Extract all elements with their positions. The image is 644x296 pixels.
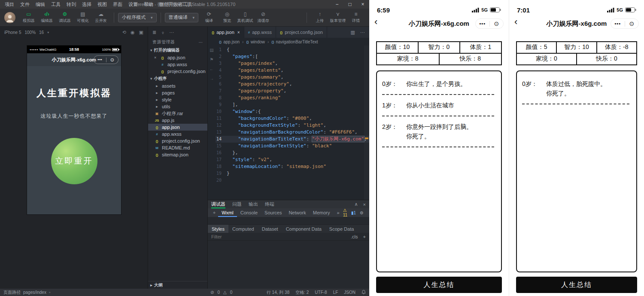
cls-toggle[interactable]: .cls bbox=[351, 234, 358, 239]
editor-tab-app.json[interactable]: {}app.json× bbox=[208, 27, 244, 38]
more-icon[interactable]: ••• bbox=[476, 21, 489, 26]
back-arrow-icon[interactable]: ← bbox=[210, 67, 214, 71]
device-select[interactable]: iPhone 5 bbox=[4, 30, 21, 35]
restart-button[interactable]: 立即重开 bbox=[51, 138, 97, 184]
toolbar-action-清缓存[interactable]: ⊘清缓存 bbox=[254, 12, 272, 24]
toolbar-action-版本管理[interactable]: ⋎版本管理 bbox=[329, 12, 347, 24]
detach-icon[interactable]: ▣ bbox=[139, 30, 143, 35]
code-line[interactable]: 1{ bbox=[216, 46, 369, 53]
style-tab-Dataset[interactable]: Dataset bbox=[258, 225, 282, 233]
record-icon[interactable]: ◉ bbox=[131, 30, 135, 35]
style-tab-Scope Data[interactable]: Scope Data bbox=[325, 225, 358, 233]
breadcrumb-item[interactable]: {}app.json bbox=[219, 40, 240, 44]
avatar[interactable] bbox=[4, 12, 15, 23]
toolbar-toggle-模拟器[interactable]: ▭模拟器 bbox=[20, 12, 38, 24]
menu-item[interactable]: 界面 bbox=[110, 0, 125, 9]
devtools-tab-Console[interactable]: Console bbox=[237, 208, 261, 217]
folder-item[interactable]: ▸style bbox=[148, 96, 207, 103]
editor-tab-project.config.json[interactable]: {}project.config.json bbox=[276, 27, 327, 38]
rotate-icon[interactable]: ⟲ bbox=[122, 30, 126, 35]
code-line[interactable]: 18 "sitemapLocation": "sitemap.json" bbox=[216, 163, 369, 170]
zoom-select[interactable]: 100% bbox=[24, 30, 36, 35]
file-item[interactable]: MREADME.md bbox=[148, 144, 207, 151]
back-icon[interactable]: ‹ bbox=[374, 17, 377, 27]
toolbar-toggle-编辑器[interactable]: ‹/›编辑器 bbox=[38, 12, 56, 24]
compile-mode-select[interactable]: 普通编译 ▾ bbox=[165, 13, 199, 22]
outline-section[interactable]: ▸ 大纲 bbox=[148, 281, 207, 289]
more-icon[interactable]: ⋯ bbox=[169, 30, 174, 35]
element-picker-icon[interactable]: ⌖ bbox=[210, 208, 218, 217]
debug-panel-tab-问题[interactable]: 问题 bbox=[232, 200, 242, 208]
open-editor-item[interactable]: #app.wxss bbox=[148, 61, 207, 68]
close-file-icon[interactable]: × bbox=[154, 55, 158, 60]
code-line[interactable]: 7 "pages/property", bbox=[216, 88, 369, 95]
maximize-button[interactable]: □ bbox=[343, 0, 356, 9]
code-line[interactable]: 17 "style": "v2", bbox=[216, 156, 369, 163]
problem-counts[interactable]: ⊘ 0 △ 0 bbox=[210, 290, 232, 295]
devtools-tab-Sources[interactable]: Sources bbox=[261, 208, 285, 217]
toolbar-toggle-调试器[interactable]: ⚙调试器 bbox=[56, 12, 74, 24]
folder-item[interactable]: ▸assets bbox=[148, 82, 207, 89]
code-area[interactable]: 1{2 "pages":[3 "pages/index",4 "pages/ta… bbox=[216, 46, 369, 200]
toolbar-action-编译[interactable]: ⟳编译 bbox=[200, 12, 218, 24]
wechat-capsule[interactable]: ••• ⊙ bbox=[475, 18, 504, 29]
minimize-button[interactable]: − bbox=[331, 0, 343, 9]
code-line[interactable]: 20 bbox=[216, 177, 369, 184]
warning-badge[interactable]: ⚠ 11 bbox=[343, 208, 347, 217]
eol[interactable]: LF bbox=[333, 290, 338, 295]
more-icon[interactable]: ⋯ bbox=[199, 40, 204, 45]
forward-arrow-icon[interactable]: → bbox=[210, 76, 214, 81]
language-mode[interactable]: JSON bbox=[344, 290, 355, 295]
menu-item[interactable]: 帮助 bbox=[141, 0, 156, 9]
toolbar-action-详情[interactable]: ≡详情 bbox=[347, 12, 365, 24]
exit-target-icon[interactable]: ⊙ bbox=[625, 20, 639, 27]
file-list-icon[interactable]: ≣ bbox=[152, 30, 156, 35]
code-line[interactable]: 2 "pages":[ bbox=[216, 53, 369, 60]
more-icon[interactable]: ••• bbox=[611, 21, 625, 26]
folder-item[interactable]: ▸pages bbox=[148, 89, 207, 96]
code-line[interactable]: 8 "pages/ranking" bbox=[216, 95, 369, 101]
code-line[interactable]: 19} bbox=[216, 170, 369, 177]
code-line[interactable]: 6 "pages/trajectory", bbox=[216, 81, 369, 88]
folder-item[interactable]: ▸utils bbox=[148, 103, 207, 110]
code-line[interactable]: 13 "navigationBarBackgroundColor": "#F6F… bbox=[216, 129, 369, 136]
collapse-icon[interactable]: ∧ bbox=[355, 201, 358, 207]
devtools-tab-Network[interactable]: Network bbox=[285, 208, 309, 217]
close-tab-icon[interactable]: × bbox=[237, 30, 240, 35]
wechat-capsule[interactable]: ••• ⊙ bbox=[94, 55, 118, 64]
code-line[interactable]: 12 "backgroundTextStyle": "light", bbox=[216, 122, 369, 129]
open-editor-item[interactable]: {}project.config.json bbox=[148, 68, 207, 75]
file-item[interactable]: ▣小程序.rar bbox=[148, 110, 207, 117]
editor-scrollbar[interactable] bbox=[364, 46, 369, 200]
close-icon[interactable]: × bbox=[363, 202, 366, 207]
open-editors-section[interactable]: ▾ 打开的编辑器 bbox=[148, 46, 207, 54]
project-root-section[interactable]: ▾ 小程序 bbox=[148, 75, 207, 82]
code-line[interactable]: 3 "pages/index", bbox=[216, 60, 369, 67]
more-icon[interactable]: ••• bbox=[94, 58, 106, 62]
code-line[interactable]: 5 "pages/summary", bbox=[216, 74, 369, 81]
debug-panel-tab-输出[interactable]: 输出 bbox=[249, 200, 258, 208]
mode-select[interactable]: 小程序模式 ▾ bbox=[118, 13, 157, 22]
split-icon[interactable]: ▥ bbox=[351, 30, 355, 35]
indent-setting[interactable]: 空格: 2 bbox=[295, 290, 309, 296]
info-badge[interactable]: ▮1 bbox=[351, 211, 356, 215]
bell-icon[interactable] bbox=[361, 290, 366, 295]
menu-item[interactable]: 编辑 bbox=[33, 0, 48, 9]
more-icon[interactable]: ⋯ bbox=[360, 30, 365, 35]
toolbar-action-真机调试[interactable]: ▯真机调试 bbox=[236, 12, 254, 24]
toolbar-action-预览[interactable]: ◎预览 bbox=[218, 12, 236, 24]
toolbar-toggle-云开发[interactable]: ☁云开发 bbox=[92, 12, 110, 24]
life-summary-button[interactable]: 人生总结 bbox=[376, 277, 502, 293]
menu-item[interactable]: 微信开发者工具 bbox=[156, 0, 195, 9]
open-editor-item[interactable]: ×{}app.json bbox=[148, 54, 207, 61]
search-icon[interactable]: ⌕ bbox=[160, 29, 166, 35]
code-line[interactable]: 9 ], bbox=[216, 101, 369, 108]
debug-panel-tab-终端[interactable]: 终端 bbox=[265, 200, 274, 208]
code-line[interactable]: 4 "pages/talents", bbox=[216, 67, 369, 74]
bookmark-icon[interactable]: ⚑ bbox=[210, 57, 214, 62]
outline-icon[interactable]: ▤ bbox=[210, 48, 213, 52]
menu-item[interactable]: 工具 bbox=[48, 0, 64, 9]
menu-item[interactable]: 文件 bbox=[17, 0, 33, 9]
toolbar-action-上传[interactable]: ↑上传 bbox=[311, 12, 329, 24]
menu-item[interactable]: 转到 bbox=[64, 0, 79, 9]
